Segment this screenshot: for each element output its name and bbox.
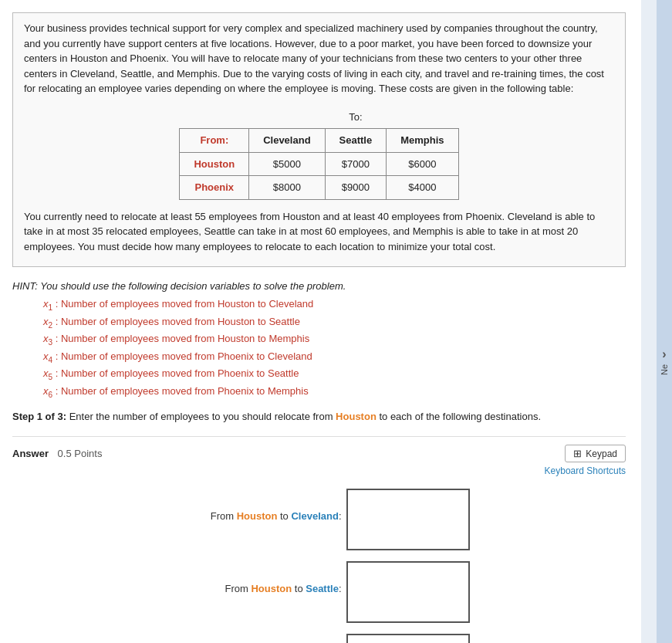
answer-label-group: Answer 0.5 Points xyxy=(12,448,102,459)
row-phoenix-label: Phoenix xyxy=(180,176,249,200)
cell-houston-memphis: $6000 xyxy=(387,152,458,176)
col-from: From: xyxy=(180,129,249,153)
step-city: Houston xyxy=(336,411,377,422)
variables-section: HINT: You should use the following decis… xyxy=(12,278,626,401)
problem-statement: Your business provides technical support… xyxy=(12,12,626,267)
var-1: x1 : Number of employees moved from Hous… xyxy=(43,296,626,314)
input-houston-cleveland[interactable] xyxy=(346,489,470,550)
step-text2: to each of the following destinations. xyxy=(377,411,541,422)
cell-phoenix-memphis: $4000 xyxy=(387,176,458,200)
cell-houston-cleveland: $5000 xyxy=(249,152,325,176)
next-label: Ne xyxy=(660,364,669,375)
step-number: Step 1 of 3: Enter the number of employe… xyxy=(12,411,336,422)
keypad-label: Keypad xyxy=(586,448,617,459)
answer-section: Answer 0.5 Points ⊞ Keypad Keyboard Shor… xyxy=(12,436,626,643)
keyboard-shortcuts-link[interactable]: Keyboard Shortcuts xyxy=(12,465,626,476)
variable-list: x1 : Number of employees moved from Hous… xyxy=(43,296,626,401)
col-cleveland: Cleveland xyxy=(249,129,325,153)
input-label-cleveland: From Houston to Cleveland: xyxy=(169,489,346,522)
input-row-seattle: From Houston to Seattle: xyxy=(12,561,626,623)
input-houston-memphis[interactable] xyxy=(346,634,470,643)
var-4: x4 : Number of employees moved from Phoe… xyxy=(43,349,626,367)
input-row-cleveland: From Houston to Cleveland: xyxy=(12,489,626,550)
var-5: x5 : Number of employees moved from Phoe… xyxy=(43,366,626,384)
cell-houston-seattle: $7000 xyxy=(325,152,387,176)
keypad-button[interactable]: ⊞ Keypad xyxy=(565,445,626,462)
col-memphis: Memphis xyxy=(387,129,458,153)
input-label-memphis: From Houston to Memphis: xyxy=(169,634,346,643)
cell-phoenix-seattle: $9000 xyxy=(325,176,387,200)
cell-phoenix-cleveland: $8000 xyxy=(249,176,325,200)
col-seattle: Seattle xyxy=(325,129,387,153)
var-2: x2 : Number of employees moved from Hous… xyxy=(43,314,626,332)
keypad-icon: ⊞ xyxy=(573,448,582,459)
cost-table: To: From: Cleveland Seattle Memphis Hous… xyxy=(179,106,458,200)
answer-points: 0.5 Points xyxy=(58,448,103,459)
input-row-memphis: From Houston to Memphis: xyxy=(12,634,626,643)
right-nav[interactable]: › Ne xyxy=(657,0,672,643)
to-label: To: xyxy=(325,106,387,129)
answer-header: Answer 0.5 Points ⊞ Keypad xyxy=(12,445,626,462)
hint-label: HINT: You should use the following decis… xyxy=(12,278,626,295)
answer-label: Answer xyxy=(12,448,49,459)
var-3: x3 : Number of employees moved from Hous… xyxy=(43,331,626,349)
input-houston-seattle[interactable] xyxy=(346,561,470,623)
relocation-text: You currently need to relocate at least … xyxy=(24,209,614,255)
next-chevron: › xyxy=(662,347,666,361)
input-label-seattle: From Houston to Seattle: xyxy=(169,561,346,594)
row-houston-label: Houston xyxy=(180,152,249,176)
step-text: Step 1 of 3: Enter the number of employe… xyxy=(12,409,626,425)
var-6: x6 : Number of employees moved from Phoe… xyxy=(43,384,626,401)
cost-table-wrapper: To: From: Cleveland Seattle Memphis Hous… xyxy=(24,106,614,200)
problem-description: Your business provides technical support… xyxy=(24,21,614,96)
